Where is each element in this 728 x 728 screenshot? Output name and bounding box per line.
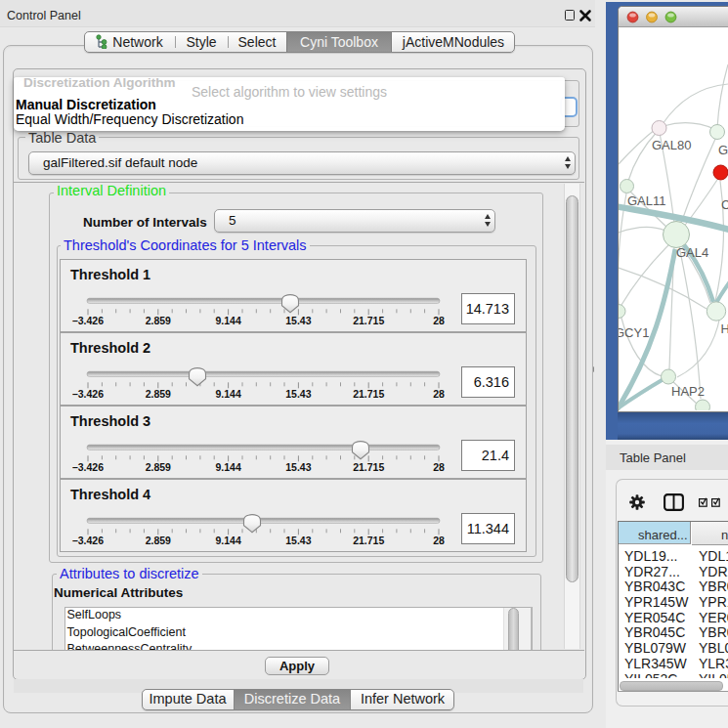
svg-text:H: H xyxy=(721,321,728,336)
svg-text:GCY1: GCY1 xyxy=(619,325,649,340)
svg-text:C: C xyxy=(721,197,728,212)
svg-text:GAL80: GAL80 xyxy=(652,138,691,152)
svg-text:HAP2: HAP2 xyxy=(671,384,705,399)
svg-text:GA: GA xyxy=(718,143,728,157)
svg-text:GAL4: GAL4 xyxy=(676,245,708,260)
svg-text:GAL11: GAL11 xyxy=(627,193,666,208)
